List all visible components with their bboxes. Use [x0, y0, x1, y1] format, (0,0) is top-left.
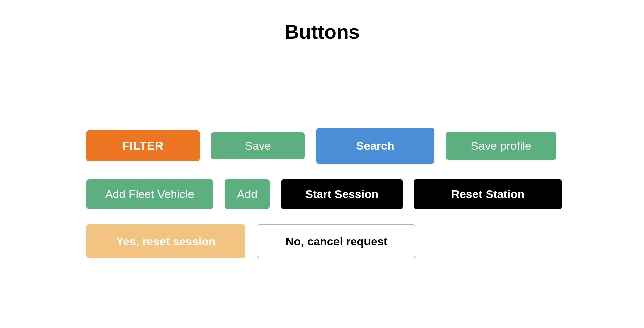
- reset-station-button[interactable]: Reset Station: [414, 179, 562, 209]
- page-title: Buttons: [0, 20, 644, 44]
- button-row-1: FILTER Save Search Save profile: [86, 128, 644, 164]
- yes-reset-session-button[interactable]: Yes, reset session: [86, 224, 245, 258]
- add-button[interactable]: Add: [225, 179, 270, 209]
- button-row-3: Yes, reset session No, cancel request: [86, 224, 644, 258]
- save-profile-button[interactable]: Save profile: [446, 132, 556, 160]
- add-fleet-vehicle-button[interactable]: Add Fleet Vehicle: [86, 179, 213, 209]
- button-rows: FILTER Save Search Save profile Add Flee…: [0, 128, 644, 258]
- no-cancel-request-button[interactable]: No, cancel request: [257, 224, 416, 258]
- button-row-2: Add Fleet Vehicle Add Start Session Rese…: [86, 179, 644, 209]
- filter-button[interactable]: FILTER: [86, 130, 200, 161]
- save-button[interactable]: Save: [211, 132, 305, 159]
- search-button[interactable]: Search: [316, 128, 434, 164]
- start-session-button[interactable]: Start Session: [281, 179, 403, 209]
